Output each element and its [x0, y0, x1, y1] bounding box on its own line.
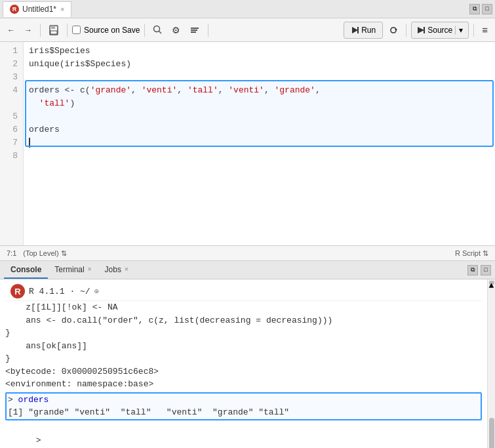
terminal-tab-label: Terminal — [54, 265, 84, 274]
code-line-8 — [29, 150, 490, 163]
selection-highlight — [25, 80, 494, 147]
editor-area: 1 2 3 4 5 6 7 8 iris$Species unique(iris… — [0, 42, 495, 245]
code-editor[interactable]: iris$Species unique(iris$Species) orders… — [24, 42, 495, 245]
context-dropdown[interactable]: (Top Level) ⇅ — [23, 249, 66, 258]
toolbar-sep-5 — [406, 24, 406, 37]
svg-marker-8 — [352, 27, 358, 33]
r-file-icon — [10, 5, 19, 14]
run-btn[interactable]: Run — [344, 22, 383, 39]
code-line-1: iris$Species — [29, 45, 490, 58]
tab-title: Untitled1* — [22, 5, 56, 14]
console-output-line: [1] "grande" "venti" "tall" "venti" "gra… — [8, 406, 479, 419]
line-numbers: 1 2 3 4 5 6 7 8 — [0, 42, 24, 245]
console-window-controls: ⧉ □ — [467, 265, 491, 275]
source-icon — [417, 26, 425, 34]
rerun-btn[interactable] — [386, 22, 401, 39]
undo-btn[interactable]: ← — [4, 22, 18, 39]
svg-marker-11 — [418, 27, 424, 33]
console-area: R R 4.1.1 · ~/ ⊕ z[[1L]][!ok] <- NA ans … — [0, 279, 495, 448]
console-command-text: orders — [18, 395, 49, 405]
maximize-window-btn[interactable]: □ — [482, 4, 492, 14]
rerun-icon — [389, 26, 398, 35]
console-command-line: > orders — [8, 394, 479, 407]
svg-rect-1 — [51, 26, 55, 29]
status-bar-right: R Script ⇅ — [455, 249, 488, 258]
toolbar-sep-6 — [473, 24, 474, 37]
toolbar-sep-2 — [67, 24, 68, 37]
context-dropdown-icon: ⇅ — [61, 249, 67, 258]
context-label: (Top Level) — [23, 249, 58, 257]
console-history-5: } — [5, 352, 482, 365]
format-btn[interactable] — [186, 22, 203, 39]
redo-btn[interactable]: → — [21, 22, 35, 39]
console-history-2: ans <- do.call("order", c(z, list(decrea… — [5, 314, 482, 327]
r-version-text: R 4.1.1 · ~/ — [29, 287, 90, 296]
magic-btn[interactable]: ⚙ — [168, 22, 184, 39]
svg-rect-5 — [191, 28, 199, 29]
svg-rect-7 — [191, 31, 196, 33]
file-type-dropdown[interactable]: R Script ⇅ — [455, 249, 488, 258]
console-restore-btn[interactable]: ⧉ — [467, 265, 478, 275]
console-tab-bar: Console Terminal × Jobs × ⧉ □ — [0, 261, 495, 279]
save-icon — [49, 25, 59, 35]
console-output[interactable]: R R 4.1.1 · ~/ ⊕ z[[1L]][!ok] <- NA ans … — [0, 279, 487, 448]
toolbar-sep-4 — [208, 24, 208, 37]
console-tab-jobs[interactable]: Jobs × — [98, 262, 135, 279]
menu-btn[interactable]: ≡ — [479, 22, 491, 39]
window-controls: ⧉ □ — [469, 4, 492, 14]
svg-rect-2 — [50, 31, 57, 34]
r-version-bar: R R 4.1.1 · ~/ ⊕ — [5, 282, 482, 301]
status-bar: 7:1 (Top Level) ⇅ R Script ⇅ — [0, 245, 495, 261]
console-history-6: <bytecode: 0x00000250951c6ec8> — [5, 365, 482, 378]
svg-rect-6 — [191, 30, 197, 31]
toolbar-sep-1 — [40, 24, 41, 37]
r-logo: R — [10, 284, 25, 298]
jobs-tab-label: Jobs — [105, 265, 121, 274]
console-tab-label: Console — [10, 265, 41, 274]
console-prompt-text: > — [36, 436, 41, 445]
source-on-save-checkbox[interactable] — [72, 26, 81, 34]
svg-point-3 — [154, 26, 160, 32]
file-type-label: R Script — [455, 249, 481, 257]
run-label: Run — [361, 26, 376, 35]
scroll-thumb[interactable] — [489, 418, 494, 448]
source-on-save-area: Source on Save — [72, 26, 140, 35]
jobs-close-icon[interactable]: × — [125, 266, 129, 273]
editor-tab-bar: Untitled1* × ⧉ □ — [0, 0, 495, 18]
editor-toolbar: ← → Source on Save ⚙ Run — [0, 18, 495, 42]
tab-close-icon[interactable]: × — [60, 5, 64, 13]
file-type-dropdown-icon: ⇅ — [483, 249, 488, 258]
restore-window-btn[interactable]: ⧉ — [469, 4, 480, 14]
status-bar-left: 7:1 (Top Level) ⇅ — [7, 249, 67, 258]
console-history-7: <environment: namespace:base> — [5, 378, 482, 391]
cursor-position: 7:1 — [7, 249, 16, 257]
source-dropdown-btn[interactable]: ▾ — [455, 26, 463, 35]
console-history-4: ans[ok[ans]] — [5, 340, 482, 353]
console-scrollbar[interactable]: ▲ ▼ — [487, 279, 495, 448]
code-line-2: unique(iris$Species) — [29, 58, 490, 71]
run-icon — [351, 26, 359, 34]
source-label-btn[interactable]: Source — [427, 26, 452, 35]
console-maximize-btn[interactable]: □ — [481, 265, 491, 275]
toolbar-sep-3 — [144, 24, 145, 37]
search-btn[interactable] — [149, 22, 166, 39]
console-tab-console[interactable]: Console — [4, 262, 48, 279]
console-history-3: } — [5, 327, 482, 340]
console-highlight-block: > orders [1] "grande" "venti" "tall" "ve… — [5, 392, 482, 420]
console-history-1: z[[1L]][!ok] <- NA — [5, 301, 482, 314]
format-icon — [189, 25, 200, 35]
editor-tab-untitled[interactable]: Untitled1* × — [3, 1, 71, 17]
console-tab-terminal[interactable]: Terminal × — [48, 262, 98, 279]
r-browse-icon: ⊕ — [94, 287, 99, 296]
svg-line-4 — [159, 31, 162, 34]
terminal-close-icon[interactable]: × — [88, 266, 92, 273]
save-btn[interactable] — [45, 22, 62, 39]
console-prompt-line: > — [5, 422, 482, 449]
search-icon — [153, 25, 163, 35]
source-btn-group: Source ▾ — [411, 22, 469, 39]
source-on-save-label: Source on Save — [84, 26, 140, 35]
